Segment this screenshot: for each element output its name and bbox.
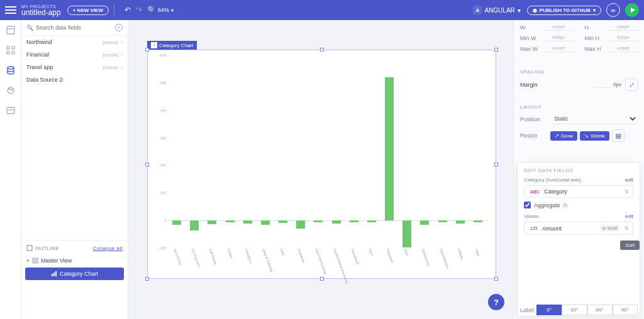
- design-canvas[interactable]: ↑ Category Chart -10K010K20K30K40K50K60K…: [128, 20, 513, 319]
- resize-handle[interactable]: [494, 277, 498, 281]
- chart-bar: [438, 220, 447, 222]
- sort-icon[interactable]: ⇅: [625, 189, 629, 195]
- preview-button[interactable]: [625, 3, 639, 17]
- margin-input[interactable]: 0px: [594, 82, 621, 88]
- new-view-button[interactable]: + NEW VIEW: [67, 6, 109, 15]
- publish-button[interactable]: ◉ PUBLISH TO GITHUB ▾: [527, 6, 601, 15]
- menu-icon[interactable]: [5, 4, 16, 16]
- fx-icon: fx: [564, 202, 568, 208]
- width-input[interactable]: unset: [544, 24, 574, 31]
- search-input[interactable]: [36, 24, 115, 31]
- chart-component[interactable]: -10K010K20K30K40K50K60K Auto & GasCC Pay…: [147, 50, 496, 279]
- svg-rect-19: [55, 271, 57, 276]
- svg-rect-5: [12, 51, 14, 54]
- tree-selected-label: Category Chart: [60, 271, 98, 277]
- resize-handle[interactable]: [494, 48, 498, 51]
- undo-icon[interactable]: ↶: [125, 6, 131, 14]
- values-field[interactable]: 123 Amount fx SUM ⇅: [524, 222, 633, 235]
- height-input[interactable]: unset: [609, 24, 638, 31]
- app-name: untitled-app: [21, 9, 61, 16]
- category-axis-label: Category (horizontal axis): [524, 177, 581, 183]
- spacing-title: SPACING: [520, 69, 638, 75]
- select-parent-icon[interactable]: ↑: [151, 42, 157, 48]
- edit-values-link[interactable]: edit: [625, 214, 633, 219]
- layout-title: LAYOUT: [520, 104, 638, 110]
- tree-root[interactable]: ▾ Master View: [21, 255, 128, 266]
- svg-rect-10: [7, 107, 14, 114]
- theme-icon[interactable]: [4, 84, 17, 97]
- data-icon[interactable]: [4, 64, 17, 77]
- resize-handle[interactable]: [494, 163, 498, 166]
- help-button[interactable]: ?: [488, 294, 504, 310]
- chevron-down-icon: ▾: [26, 257, 30, 264]
- chart-bar: [314, 220, 323, 222]
- svg-rect-14: [36, 258, 38, 260]
- components-icon[interactable]: [4, 44, 17, 57]
- angle-button[interactable]: 90°: [613, 305, 638, 315]
- grow-icon: ↗: [555, 133, 559, 139]
- angle-button[interactable]: 60°: [587, 305, 613, 315]
- angle-button[interactable]: 0°: [536, 305, 562, 315]
- category-field[interactable]: ABC Category ⇅: [524, 185, 633, 198]
- data-panel: 🔍 + Northwind(mock)›Financial(mock)›Trav…: [21, 20, 128, 319]
- aggregate-checkbox[interactable]: [524, 202, 531, 208]
- project-block[interactable]: MY PROJECTS untitled-app: [21, 4, 61, 16]
- minw-input[interactable]: 400px: [544, 35, 574, 41]
- chart-body: -10K010K20K30K40K50K60K Auto & GasCC Pay…: [153, 55, 491, 276]
- resize-handle[interactable]: [320, 48, 324, 51]
- shrink-button[interactable]: ↘Shrink: [580, 131, 609, 141]
- minh-input[interactable]: 300px: [609, 35, 638, 41]
- resize-handle[interactable]: [145, 48, 149, 51]
- add-datasource-button[interactable]: +: [115, 24, 123, 31]
- grow-button[interactable]: ↗Grow: [550, 131, 577, 141]
- left-rail: [0, 20, 21, 319]
- tree-root-label: Master View: [41, 257, 72, 264]
- search-icon: 🔍: [26, 24, 33, 31]
- expand-margin-icon[interactable]: ⤢: [625, 78, 638, 91]
- search-row: 🔍 +: [21, 20, 128, 36]
- resize-options-icon[interactable]: ▦: [612, 129, 625, 142]
- datasource-item[interactable]: Travel app(mock)›: [21, 61, 128, 73]
- svg-point-6: [8, 67, 14, 69]
- github-icon: ◉: [533, 8, 537, 13]
- framework-selector[interactable]: A ANGULAR ▾: [473, 6, 520, 14]
- chart-bar: [190, 220, 199, 230]
- chart-bar: [350, 220, 358, 222]
- redo-icon[interactable]: ↷: [136, 6, 142, 14]
- views-icon[interactable]: [4, 24, 17, 36]
- margin-label: Margin: [520, 82, 538, 88]
- outline-title: OUTLINE: [35, 246, 59, 251]
- selection-chip[interactable]: ↑ Category Chart: [147, 41, 197, 50]
- tree-selected[interactable]: Category Chart: [25, 268, 124, 280]
- resize-handle[interactable]: [145, 163, 149, 166]
- datasource-item[interactable]: Northwind(mock)›: [21, 36, 128, 48]
- collapse-all-link[interactable]: Collapse all: [93, 246, 123, 251]
- svg-rect-13: [33, 258, 35, 260]
- datasource-item[interactable]: Data Source 2›: [21, 73, 128, 86]
- sort-icon[interactable]: ⇅: [625, 225, 629, 231]
- edit-category-link[interactable]: edit: [625, 177, 633, 183]
- chevron-down-icon[interactable]: ▾: [171, 8, 174, 13]
- datasource-item[interactable]: Financial(mock)›: [21, 48, 128, 61]
- label-angle-label: Label: [520, 307, 534, 313]
- zoom-value[interactable]: 64%: [158, 7, 169, 13]
- svg-rect-17: [52, 274, 53, 276]
- chart-bar: [208, 220, 216, 224]
- outline-panel: OUTLINE Collapse all ▾ Master View Categ…: [21, 241, 128, 319]
- divider: [114, 4, 114, 16]
- projects-label: MY PROJECTS: [21, 4, 61, 9]
- assets-icon[interactable]: [4, 104, 17, 117]
- chart-bar: [243, 220, 252, 223]
- chart-bar: [172, 220, 181, 225]
- shrink-icon: ↘: [584, 133, 589, 139]
- position-select[interactable]: Static: [552, 114, 638, 124]
- angle-button[interactable]: 30°: [562, 305, 587, 315]
- share-icon[interactable]: ∞: [606, 3, 620, 17]
- maxh-input[interactable]: unset: [609, 45, 638, 52]
- resize-handle[interactable]: [145, 277, 149, 281]
- zoom-icon[interactable]: 🔍: [147, 6, 157, 14]
- fx-sum-badge[interactable]: fx SUM: [600, 225, 619, 232]
- maxw-input[interactable]: unset: [544, 45, 574, 52]
- chart-bar: [456, 220, 465, 224]
- svg-point-8: [9, 89, 10, 90]
